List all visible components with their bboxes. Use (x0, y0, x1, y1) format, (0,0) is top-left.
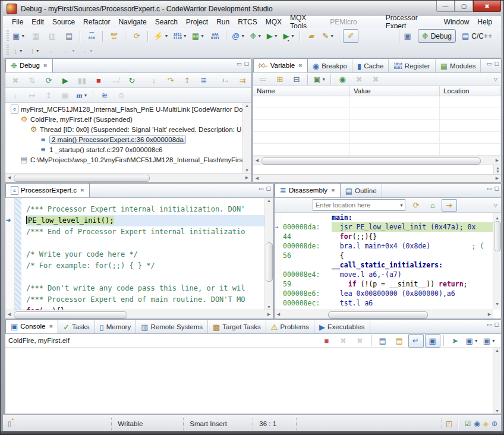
close-icon[interactable]: ✖ (49, 324, 53, 329)
scroll-left-icon[interactable]: ◀ (275, 312, 282, 317)
target-board-button[interactable]: ▦▼ (190, 29, 206, 43)
tab-debug[interactable]: ❉Debug✖ (5, 58, 53, 72)
menu-search[interactable]: Search (151, 17, 182, 27)
clear-console-button[interactable]: ▤ (375, 334, 390, 348)
menu-help[interactable]: Help (473, 17, 496, 27)
scrollbar-thumb[interactable] (328, 311, 428, 319)
marker-pencil-button[interactable]: ✎▼ (320, 29, 336, 43)
table-row[interactable] (253, 144, 501, 156)
close-button[interactable]: ✖ (473, 1, 501, 12)
code-line[interactable]: for(;;){} (26, 305, 273, 310)
tree-item[interactable]: ≡2 main() ProcessorExpert.c:36 0x000008d… (7, 134, 251, 144)
tab-problems[interactable]: ⚠Problems (266, 320, 314, 333)
tab-variable[interactable]: (x)=Variable✖ (253, 58, 308, 72)
step-return-button[interactable]: ↥ (179, 74, 195, 87)
minimize-view-icon[interactable]: ▭ (259, 185, 264, 191)
tab-processorexpert-c[interactable]: cProcessorExpert.c✖ (5, 183, 90, 197)
close-icon[interactable]: ✖ (331, 188, 335, 193)
maximize-view-icon[interactable]: ▢ (494, 321, 499, 327)
horizontal-scrollbar[interactable]: ◀ ▶ (275, 310, 493, 319)
sync-status-icon[interactable]: ◉ (474, 420, 480, 427)
vertical-scrollbar[interactable]: ▲ ▼ (493, 348, 501, 414)
refresh-button[interactable]: ⟳ (129, 29, 144, 43)
compass-icon[interactable]: ◈ (483, 420, 489, 427)
analyzer-button[interactable]: AAA0101 (207, 29, 223, 43)
layout-button[interactable]: ▣▼ (311, 73, 327, 86)
tab-memory[interactable]: ▯Memory (95, 320, 137, 333)
scroll-up-icon[interactable]: ▲ (265, 198, 273, 203)
scroll-lock-button[interactable]: ▤ (392, 334, 407, 348)
scrollbar-thumb[interactable] (494, 221, 501, 251)
scroll-left-icon[interactable]: ◀ (5, 175, 13, 180)
disassembly-line[interactable]: 000008da: jsr PE_low_level_init (0x47a);… (282, 222, 501, 232)
disassembly-body[interactable]: ➔ main:000008da: jsr PE_low_level_init (… (275, 213, 501, 310)
scrollbar-thumb[interactable] (14, 311, 127, 319)
chevron-down-icon[interactable]: ▼ (399, 203, 404, 207)
disassembly-line[interactable]: 56 { (282, 251, 501, 260)
maximize-view-icon[interactable]: ▢ (494, 61, 499, 67)
vertical-scrollbar[interactable]: ▲ ▼ (242, 103, 251, 173)
tree-item[interactable]: ▤C:\MyProjects\wsp_10.2\myFirst\MCF51JM1… (7, 155, 251, 165)
minimize-button[interactable]: — (436, 1, 455, 12)
cpp-perspective-button[interactable]: ▤C/C++ (458, 29, 496, 43)
tab-target-tasks[interactable]: ▩Target Tasks (208, 320, 266, 333)
pin-console-button[interactable]: ➤ (448, 334, 463, 348)
maximize-view-icon[interactable]: ▢ (266, 185, 271, 191)
horizontal-scrollbar[interactable]: ◀ ▶ (5, 310, 273, 319)
minimize-view-icon[interactable]: ▭ (487, 185, 492, 191)
tab-modules[interactable]: ▦Modules (436, 59, 481, 72)
annotation-at-button[interactable]: @▼ (230, 29, 247, 43)
menu-source[interactable]: Source (48, 17, 79, 27)
scroll-right-icon[interactable]: ▶ (493, 158, 501, 163)
instruction-stepping-button[interactable]: ≣ (196, 74, 212, 87)
code-line[interactable]: /*** End of Processor Expert internal in… (26, 226, 273, 238)
step-into-button[interactable]: ↓ (146, 74, 162, 87)
menu-project[interactable]: Project (182, 17, 212, 27)
print-button[interactable]: ▤ (61, 29, 77, 43)
collapse-all-button[interactable]: ⊟ (289, 73, 304, 86)
view-menu-icon[interactable]: ▽ (494, 77, 499, 82)
menu-file[interactable]: File (8, 17, 27, 27)
chevron-down-icon[interactable]: ▼ (322, 77, 326, 81)
scrollbar-thumb[interactable] (262, 157, 481, 165)
disassembly-lines[interactable]: main:000008da: jsr PE_low_level_init (0x… (282, 213, 501, 310)
display-console-button[interactable]: ▣▼ (464, 334, 480, 348)
menu-rtcs[interactable]: RTCS (234, 17, 261, 27)
column-header-name[interactable]: Name (253, 86, 350, 96)
chevron-down-icon[interactable]: ▼ (291, 34, 295, 38)
tab-disassembly[interactable]: ≣Disassembly✖ (275, 183, 341, 197)
code-line[interactable] (26, 272, 273, 283)
chevron-down-icon[interactable]: ▼ (164, 34, 168, 38)
chevron-down-icon[interactable]: ▼ (274, 34, 278, 38)
mwp-import-button[interactable]: MWP▰▰ (106, 29, 122, 43)
open-type-button[interactable]: ▰ (304, 29, 319, 43)
restore-button[interactable]: ▢ (455, 1, 473, 12)
last-edit-location-button[interactable]: ↓▼ (11, 44, 26, 58)
tab-executables[interactable]: ▶Executables (314, 320, 370, 333)
chevron-down-icon[interactable]: ▼ (84, 93, 88, 97)
binary-file-button[interactable]: ▔▔010 (84, 29, 99, 43)
scroll-down-icon[interactable]: ▼ (493, 300, 501, 309)
disassembly-line[interactable]: __call_static_initializers: (282, 260, 501, 270)
tree-item[interactable]: cmyFirst_MCF51JM128_Internal_Flash_PnE U… (7, 104, 251, 114)
run-button[interactable]: ▶▼ (264, 29, 280, 43)
disassembly-line[interactable]: 000008e4: move.l a6,-(a7) (282, 270, 501, 279)
terminate-button[interactable]: ■ (91, 74, 106, 87)
maximize-view-icon[interactable]: ▢ (244, 61, 249, 67)
burner-button[interactable]: 10111110▼ (171, 29, 188, 43)
debug-perspective-button[interactable]: ❉Debug (418, 29, 456, 43)
code-line[interactable]: PE_low_level_init(); (26, 215, 273, 226)
editor-body[interactable]: ➔ /*** Processor Expert internal initial… (5, 198, 273, 310)
location-combo[interactable]: ▼ (313, 199, 405, 211)
chevron-down-icon[interactable]: ▼ (257, 34, 262, 38)
annotation-toggle-button[interactable]: ✐ (343, 29, 358, 43)
column-header-value[interactable]: Value (350, 86, 440, 96)
scroll-right-icon[interactable]: ▶ (243, 175, 251, 180)
vertical-scrollbar[interactable]: ▲ ▼ (264, 198, 273, 310)
editor-code-area[interactable]: /*** Processor Expert internal initializ… (21, 198, 273, 310)
scroll-down-icon[interactable]: ▼ (265, 305, 273, 309)
scroll-right-icon[interactable]: ▶ (493, 176, 501, 181)
chevron-down-icon[interactable]: ▼ (71, 49, 75, 53)
minimize-view-icon[interactable]: ▭ (487, 61, 492, 67)
connect-button[interactable]: ⟳ (41, 74, 56, 87)
